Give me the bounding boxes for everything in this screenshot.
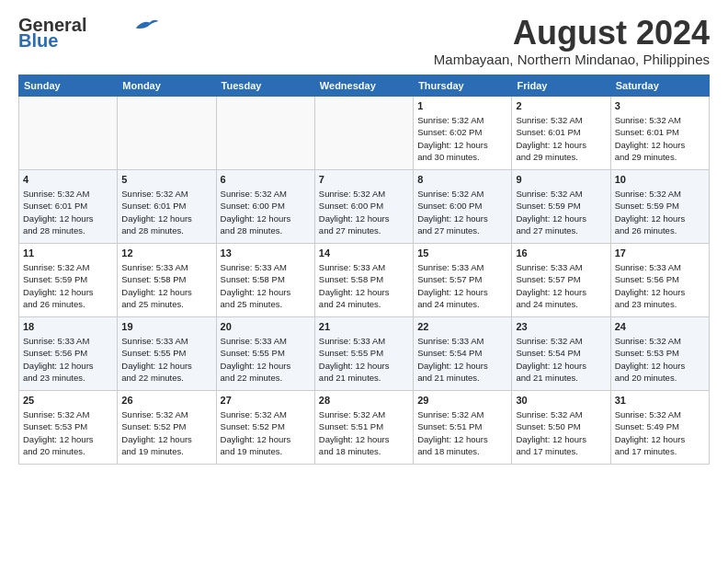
day-info-line: Sunrise: 5:32 AM (121, 188, 211, 200)
day-info-line: Daylight: 12 hours (615, 360, 705, 372)
day-number: 18 (23, 320, 113, 334)
day-info-line: Daylight: 12 hours (417, 286, 507, 298)
day-info-line: and 22 minutes. (221, 372, 311, 384)
calendar-cell-2-1: 4Sunrise: 5:32 AMSunset: 6:01 PMDaylight… (19, 169, 118, 243)
day-info-line: and 18 minutes. (417, 445, 507, 457)
calendar-cell-4-4: 21Sunrise: 5:33 AMSunset: 5:55 PMDayligh… (314, 316, 413, 390)
day-info-line: Sunrise: 5:33 AM (221, 335, 311, 347)
day-number: 31 (615, 394, 705, 408)
day-info-line: and 20 minutes. (615, 372, 705, 384)
day-info-line: and 21 minutes. (417, 372, 507, 384)
day-info-line: Sunset: 5:51 PM (417, 420, 507, 432)
calendar-cell-3-6: 16Sunrise: 5:33 AMSunset: 5:57 PMDayligh… (512, 243, 610, 316)
day-number: 11 (23, 247, 113, 260)
week-row-5: 25Sunrise: 5:32 AMSunset: 5:53 PMDayligh… (19, 390, 710, 464)
day-number: 30 (516, 394, 606, 408)
day-info-line: Sunset: 5:57 PM (516, 273, 606, 285)
calendar-cell-3-5: 15Sunrise: 5:33 AMSunset: 5:57 PMDayligh… (414, 243, 512, 316)
day-number: 16 (516, 247, 606, 260)
day-info-line: Sunset: 5:54 PM (417, 347, 507, 359)
day-info-line: and 24 minutes. (417, 298, 507, 310)
week-row-3: 11Sunrise: 5:32 AMSunset: 5:59 PMDayligh… (19, 243, 710, 316)
calendar-cell-2-7: 10Sunrise: 5:32 AMSunset: 5:59 PMDayligh… (610, 169, 709, 243)
calendar-cell-4-1: 18Sunrise: 5:33 AMSunset: 5:56 PMDayligh… (19, 316, 118, 390)
day-number: 22 (417, 320, 507, 334)
day-info-line: Daylight: 12 hours (121, 433, 211, 445)
day-info-line: Sunrise: 5:33 AM (615, 261, 705, 273)
day-info-line: and 26 minutes. (23, 298, 113, 310)
day-info-line: Sunset: 5:50 PM (516, 420, 606, 432)
day-info-line: Daylight: 12 hours (615, 433, 705, 445)
day-info-line: Daylight: 12 hours (121, 360, 211, 372)
weekday-header-wednesday: Wednesday (314, 75, 413, 96)
calendar-cell-3-7: 17Sunrise: 5:33 AMSunset: 5:56 PMDayligh… (610, 243, 709, 316)
day-info-line: and 30 minutes. (417, 151, 507, 163)
day-info-line: Sunset: 5:52 PM (121, 420, 211, 432)
day-info-line: Sunrise: 5:32 AM (516, 114, 606, 126)
calendar-cell-4-6: 23Sunrise: 5:32 AMSunset: 5:54 PMDayligh… (512, 316, 610, 390)
day-info-line: Daylight: 12 hours (516, 286, 606, 298)
day-number: 19 (121, 320, 211, 334)
logo-blue: Blue (18, 30, 58, 52)
day-number: 21 (319, 320, 409, 334)
day-number: 13 (221, 247, 311, 260)
day-info-line: and 21 minutes. (516, 372, 606, 384)
day-info-line: Sunset: 6:01 PM (516, 126, 606, 138)
day-info-line: Sunrise: 5:32 AM (221, 408, 311, 420)
day-number: 25 (23, 394, 113, 408)
day-info-line: Sunset: 5:56 PM (23, 347, 113, 359)
day-info-line: and 27 minutes. (516, 224, 606, 236)
calendar-cell-5-5: 29Sunrise: 5:32 AMSunset: 5:51 PMDayligh… (414, 390, 512, 464)
day-info-line: and 19 minutes. (121, 445, 211, 457)
calendar-cell-3-4: 14Sunrise: 5:33 AMSunset: 5:58 PMDayligh… (314, 243, 413, 316)
day-info-line: Sunrise: 5:32 AM (516, 408, 606, 420)
weekday-header-friday: Friday (512, 75, 610, 96)
calendar-cell-3-1: 11Sunrise: 5:32 AMSunset: 5:59 PMDayligh… (19, 243, 118, 316)
page-header: General Blue August 2024 Mambayaan, Nort… (18, 15, 710, 67)
day-info-line: Sunrise: 5:32 AM (23, 408, 113, 420)
day-info-line: Daylight: 12 hours (319, 286, 409, 298)
day-info-line: and 17 minutes. (516, 445, 606, 457)
day-info-line: Sunset: 5:49 PM (615, 420, 705, 432)
day-info-line: Sunset: 6:00 PM (221, 200, 311, 212)
day-number: 7 (319, 173, 409, 187)
day-info-line: Sunrise: 5:33 AM (516, 261, 606, 273)
day-info-line: Sunrise: 5:32 AM (615, 408, 705, 420)
day-info-line: Daylight: 12 hours (615, 286, 705, 298)
day-info-line: and 21 minutes. (319, 372, 409, 384)
day-info-line: Sunset: 6:00 PM (319, 200, 409, 212)
calendar-cell-2-6: 9Sunrise: 5:32 AMSunset: 5:59 PMDaylight… (512, 169, 610, 243)
day-info-line: Sunset: 5:59 PM (516, 200, 606, 212)
calendar-cell-1-5: 1Sunrise: 5:32 AMSunset: 6:02 PMDaylight… (414, 96, 512, 169)
day-info-line: Daylight: 12 hours (417, 213, 507, 224)
day-info-line: Sunrise: 5:32 AM (221, 188, 311, 200)
day-info-line: Sunrise: 5:33 AM (417, 335, 507, 347)
day-info-line: Sunset: 5:51 PM (319, 420, 409, 432)
day-info-line: Sunrise: 5:33 AM (121, 335, 211, 347)
day-info-line: Daylight: 12 hours (121, 286, 211, 298)
calendar-cell-4-5: 22Sunrise: 5:33 AMSunset: 5:54 PMDayligh… (414, 316, 512, 390)
month-year-title: August 2024 (434, 15, 710, 52)
day-info-line: and 28 minutes. (23, 224, 113, 236)
day-info-line: Daylight: 12 hours (417, 433, 507, 445)
day-info-line: and 27 minutes. (417, 224, 507, 236)
day-info-line: and 25 minutes. (221, 298, 311, 310)
logo-bird-icon (132, 16, 160, 32)
day-number: 2 (516, 99, 606, 113)
day-info-line: Daylight: 12 hours (221, 360, 311, 372)
day-info-line: Sunrise: 5:33 AM (417, 261, 507, 273)
calendar-cell-4-2: 19Sunrise: 5:33 AMSunset: 5:55 PMDayligh… (118, 316, 216, 390)
day-info-line: and 20 minutes. (23, 445, 113, 457)
week-row-4: 18Sunrise: 5:33 AMSunset: 5:56 PMDayligh… (19, 316, 710, 390)
calendar-cell-5-6: 30Sunrise: 5:32 AMSunset: 5:50 PMDayligh… (512, 390, 610, 464)
day-info-line: Daylight: 12 hours (121, 213, 211, 224)
day-info-line: Sunrise: 5:32 AM (23, 261, 113, 273)
day-info-line: Sunset: 5:52 PM (221, 420, 311, 432)
day-info-line: and 24 minutes. (319, 298, 409, 310)
calendar-cell-4-7: 24Sunrise: 5:32 AMSunset: 5:53 PMDayligh… (610, 316, 709, 390)
calendar-cell-1-1 (19, 96, 118, 169)
day-info-line: and 17 minutes. (615, 445, 705, 457)
day-number: 29 (417, 394, 507, 408)
day-info-line: Sunset: 5:55 PM (121, 347, 211, 359)
logo: General Blue (18, 15, 160, 52)
